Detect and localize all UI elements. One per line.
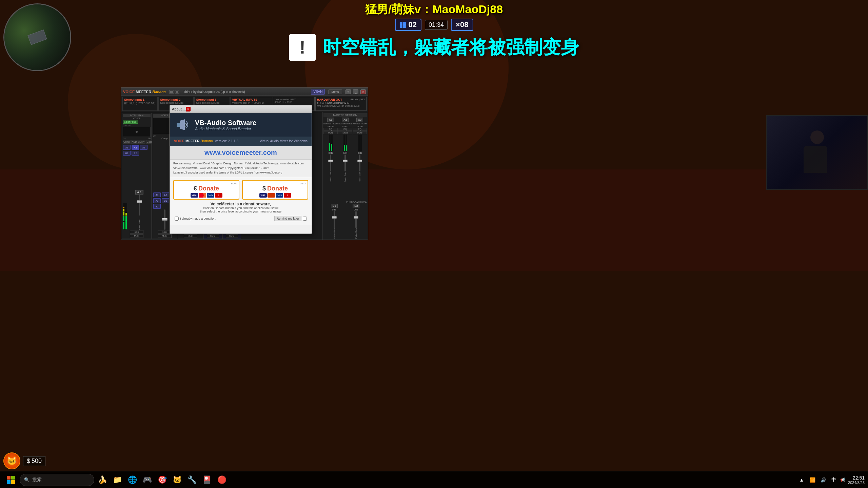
donate-eur-button[interactable]: EUR € Donate VISA PayPal 4 <box>173 180 239 200</box>
vb-audio-icon <box>174 118 191 131</box>
search-bar[interactable]: 🔍 搜索 <box>20 474 94 486</box>
assign-a2-2[interactable]: A2 <box>162 192 169 197</box>
stereo-input-1-label: Stereo Input 1 <box>124 98 156 101</box>
vban-button[interactable]: VBAN <box>311 89 325 95</box>
ime-indicator[interactable]: 中 <box>830 477 837 483</box>
mute-button-3[interactable]: Mute <box>184 234 197 238</box>
tray-icons-group: 📢 <box>840 477 845 482</box>
subtitle-text: 时空错乱，躲藏者将被强制变身 <box>323 35 579 60</box>
player-name: 猛男/萌妹v：MaoMaoDj88 <box>365 2 503 17</box>
mute-a3[interactable]: Mute <box>353 131 367 134</box>
about-title-text: About.... <box>172 107 186 111</box>
about-credits: Programming : Vincent Burel / Graphic De… <box>170 160 312 177</box>
remind-checkbox[interactable] <box>303 217 307 221</box>
solo-button-1[interactable]: solo <box>130 230 143 234</box>
remind-later-button[interactable]: Remind me later <box>274 216 301 221</box>
assign-a1-2[interactable]: A1 <box>153 192 161 197</box>
taskbar-icon-3[interactable]: 🔧 <box>185 473 199 487</box>
hud-kills: ×08 <box>456 20 468 29</box>
vm-banana-logo: Banana <box>152 90 166 94</box>
close-button[interactable]: × <box>360 89 366 94</box>
donate-usd-button[interactable]: USD $ Donate VISA PayPal 4 <box>242 180 308 200</box>
assign-a3[interactable]: A3 <box>140 145 147 150</box>
master-b1: B1 0dB Fader Gain <box>323 204 345 239</box>
assign-b2-2[interactable]: B2 <box>153 204 161 209</box>
hud-score: 02 <box>409 20 417 29</box>
assign-b2[interactable]: B2 <box>132 151 139 156</box>
assign-b1-2[interactable]: B1 <box>162 198 169 203</box>
input1-controls: INTELLIPAN VOICE Color Panel fx echo LoH… <box>122 113 152 239</box>
assign-a1[interactable]: A1 <box>123 145 131 150</box>
master-b2: B2 0dB Fader Gain <box>346 204 367 239</box>
assign-b1[interactable]: B1 <box>123 151 131 156</box>
subtitle-banner: ! 时空错乱，躲藏者将被强制变身 <box>102 30 766 64</box>
about-app-name: VB-Audio Software <box>195 119 256 127</box>
donationware-sub1: Click on Donate button if you find this … <box>173 206 308 210</box>
svg-rect-0 <box>177 123 180 127</box>
currency-display: $ 500 <box>23 456 45 466</box>
about-logo-area: VB-Audio Software Audio Mechanic & Sound… <box>170 113 312 137</box>
bottom-game-ui: 🐱 $ 500 <box>3 452 45 469</box>
start-button[interactable] <box>3 472 18 487</box>
about-donate-section: EUR € Donate VISA PayPal 4 USD <box>170 177 312 225</box>
taskbar-icon-browser[interactable]: 🌐 <box>125 473 139 487</box>
assign-a3-2[interactable]: A3 <box>153 198 161 203</box>
hud-timer: 01:34 <box>429 21 444 28</box>
stream-camera <box>766 115 868 190</box>
mute-a2[interactable]: Mute <box>338 131 352 134</box>
master-section: MASTER SECTION A1 Normal mode mono EQ Mu… <box>322 112 368 240</box>
already-donated-checkbox[interactable] <box>175 217 179 221</box>
stereo-input-1: Stereo Input 1 输出输入 (UPT2D VC 1/2) <box>122 97 158 111</box>
mute-button-1[interactable]: Mute <box>130 234 143 238</box>
about-titlebar: About.... × <box>170 105 312 113</box>
tray-icon-1[interactable]: ▲ <box>797 473 806 487</box>
assign-a2[interactable]: A2 <box>132 145 139 150</box>
mute-button-v2[interactable]: Mute <box>226 234 238 238</box>
eq-a3[interactable]: EQ <box>353 128 367 131</box>
about-close-button[interactable]: × <box>186 107 191 111</box>
master-a3: A3 Normal mode mono EQ Mute 0dB Fader Ga… <box>353 118 367 199</box>
player-avatar: 🐱 <box>3 452 20 469</box>
master-a1: A1 Normal mode mono EQ Mute 0dB <box>323 118 338 199</box>
about-logo-text: VB-Audio Software Audio Mechanic & Sound… <box>195 119 256 131</box>
taskbar-icon-steam[interactable]: 🎮 <box>140 473 154 487</box>
game-background <box>0 0 868 488</box>
already-donated-label: I already made a donation. <box>180 217 216 220</box>
master-a2: A2 Normal mode mono EQ Mute 0dB <box>338 118 352 199</box>
game-hud: 猛男/萌妹v：MaoMaoDj88 02 01:34 ×08 <box>0 0 868 27</box>
volume-icon[interactable]: 🔊 <box>819 473 827 487</box>
taskbar-icon-banana[interactable]: 🍌 <box>96 473 109 487</box>
hardware-out: HARDWARE OUT 48kHz | 512 扩展器 (Razer Levi… <box>315 97 367 111</box>
about-version-bar: VOICE MEETER Banana Version: 2.1.1.3 Vir… <box>170 137 312 146</box>
network-icon[interactable]: 📶 <box>808 473 816 487</box>
mute-a1[interactable]: Mute <box>323 131 338 134</box>
mute-button-2[interactable]: Mute <box>158 234 172 238</box>
vm-titlebar: VOICE MEETER Banana Third Physical Outpu… <box>121 88 368 96</box>
eq-a1[interactable]: EQ <box>323 128 338 131</box>
about-version: Version: 2.1.1.3 <box>215 139 238 143</box>
vm-voice-logo: VOICE <box>123 90 135 94</box>
taskbar-icon-5[interactable]: 🔴 <box>215 473 229 487</box>
about-tagline: Audio Mechanic & Sound Breeder <box>195 127 256 131</box>
about-dialog: About.... × VB-Audio Software Audio Mech… <box>170 105 312 234</box>
vm-meeter-logo: MEETER <box>136 90 151 94</box>
taskbar-icon-files[interactable]: 📁 <box>111 473 124 487</box>
help-button[interactable]: ? <box>346 89 351 94</box>
clock-date: 2024/8/23 <box>848 481 865 485</box>
minimize-button[interactable]: _ <box>353 89 358 94</box>
donationware-sub2: then select the price level according to… <box>173 210 308 213</box>
eq-a2[interactable]: EQ <box>338 128 352 131</box>
mute-button-v1[interactable]: Mute <box>207 234 219 238</box>
taskbar-icon-1[interactable]: 🎯 <box>155 473 169 487</box>
svg-marker-1 <box>180 119 185 130</box>
clock[interactable]: 22:51 2024/8/23 <box>848 475 865 485</box>
search-icon: 🔍 <box>24 477 29 482</box>
exclamation-icon: ! <box>289 34 316 61</box>
taskbar-icon-2[interactable]: 🐱 <box>170 473 184 487</box>
taskbar-icon-4[interactable]: 🎴 <box>200 473 214 487</box>
menu-button[interactable]: Menu <box>328 89 342 94</box>
clock-time: 22:51 <box>848 475 865 481</box>
stereo-input-1-sub: 输出输入 (UPT2D VC 1/2) <box>124 101 156 105</box>
about-website: www.voicemeeter.com <box>170 146 312 160</box>
about-virtual-mixer: Virtual Audio Mixer for Windows <box>260 139 308 143</box>
